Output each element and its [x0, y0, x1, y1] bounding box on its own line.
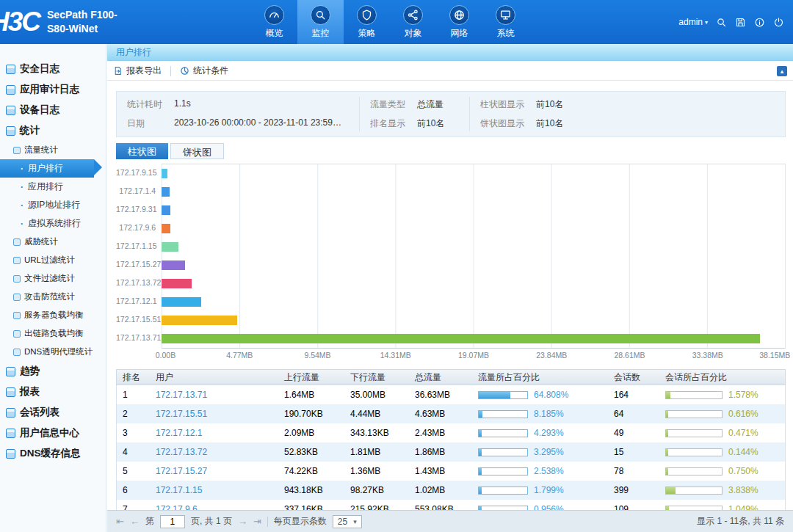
- sessions-cell: 15: [608, 447, 659, 457]
- chart-bar: [162, 224, 170, 233]
- nav-item-label: 监控: [312, 27, 330, 40]
- sidebar-item-label: 威胁统计: [24, 236, 58, 247]
- session-progress-fill: [666, 487, 676, 494]
- column-header: 流量所占百分比: [472, 371, 608, 384]
- column-header: 会话数: [608, 371, 659, 384]
- sidebar-item-20[interactable]: DNS缓存信息: [0, 443, 106, 464]
- user-ip-link[interactable]: 172.17.12.1: [156, 428, 202, 438]
- user-ip-link[interactable]: 172.17.15.51: [156, 409, 207, 419]
- traffic-progress-bar: [478, 487, 528, 495]
- sidebar-item-13[interactable]: 服务器负载均衡: [0, 306, 106, 324]
- bar-display-value: 前10名: [536, 98, 775, 111]
- total-traffic-cell: 1.86MB: [409, 447, 472, 457]
- bar-display-label: 柱状图显示: [480, 98, 524, 111]
- sidebar-item-label: 安全日志: [20, 62, 59, 76]
- session-progress-fill: [666, 392, 670, 398]
- prev-page-icon[interactable]: ←: [130, 516, 140, 527]
- table-row[interactable]: 2172.17.15.51190.70KB4.44MB4.63MB8.185%6…: [117, 404, 785, 423]
- nav-item-system[interactable]: 系统: [482, 0, 529, 44]
- table-row[interactable]: 3172.17.12.12.09MB343.13KB2.43MB4.293%49…: [117, 423, 785, 442]
- nav-item-globe[interactable]: 网络: [436, 0, 482, 44]
- sidebar-item-0[interactable]: 安全日志: [0, 59, 106, 79]
- next-page-icon[interactable]: →: [238, 516, 247, 527]
- sidebar-item-11[interactable]: 文件过滤统计: [0, 269, 106, 288]
- traffic-progress-bar: [478, 429, 528, 437]
- session-progress-fill: [666, 468, 668, 475]
- nav-item-share[interactable]: 对象: [390, 0, 436, 44]
- chart-category-label: 172.17.9.15: [116, 164, 162, 182]
- breadcrumb-label: 用户排行: [116, 46, 151, 59]
- h3c-logo: H3C: [0, 7, 40, 37]
- user-ip-link[interactable]: 172.17.13.72: [156, 447, 207, 457]
- sidebar-item-5[interactable]: ·用户排行: [0, 159, 94, 178]
- chart-bar-row: [162, 274, 785, 293]
- sidebar-item-17[interactable]: 报表: [0, 382, 106, 402]
- session-progress-fill: [666, 449, 668, 456]
- sidebar-item-9[interactable]: 威胁统计: [0, 233, 106, 251]
- sidebar-item-label: 文件过滤统计: [24, 273, 75, 284]
- chart-bar-row: [162, 311, 785, 329]
- table-row[interactable]: 5172.17.15.2774.22KB1.36MB1.43MB2.538%78…: [117, 462, 785, 481]
- sidebar-item-4[interactable]: 流量统计: [0, 141, 106, 159]
- sidebar-item-label: 虚拟系统排行: [28, 217, 81, 230]
- save-icon[interactable]: [735, 17, 746, 28]
- total-traffic-cell: 1.43MB: [409, 466, 472, 476]
- report-export-button[interactable]: 报表导出: [113, 65, 162, 77]
- report-export-label: 报表导出: [126, 65, 162, 77]
- session-percent-value: 1.578%: [728, 390, 758, 400]
- first-page-icon[interactable]: ⇤: [116, 516, 124, 527]
- menu-icon: [6, 408, 15, 418]
- share-icon: [403, 5, 423, 25]
- toolbar-divider: [170, 66, 171, 76]
- sidebar-item-16[interactable]: 趋势: [0, 361, 106, 382]
- sidebar-item-10[interactable]: URL过滤统计: [0, 251, 106, 269]
- traffic-percent-value: 3.295%: [534, 447, 564, 457]
- user-cell: 172.17.12.1: [150, 428, 278, 438]
- session-progress-fill: [666, 411, 668, 418]
- sidebar-item-19[interactable]: 用户信息中心: [0, 423, 106, 443]
- info-icon[interactable]: [754, 17, 765, 28]
- table-row[interactable]: 6172.17.1.15943.18KB98.27KB1.02MB1.799%3…: [117, 481, 785, 500]
- nav-item-shield[interactable]: 策略: [344, 0, 390, 44]
- date-label: 日期: [127, 117, 162, 130]
- sidebar-item-7[interactable]: ·源IP地址排行: [0, 196, 106, 214]
- chart-bar: [162, 205, 170, 215]
- gauge-icon: [264, 5, 284, 25]
- bullet-icon: ·: [21, 200, 23, 211]
- user-ip-link[interactable]: 172.17.13.71: [156, 390, 207, 400]
- sidebar-item-15[interactable]: DNS透明代理统计: [0, 343, 106, 361]
- sidebar-item-6[interactable]: ·应用排行: [0, 178, 106, 196]
- sidebar-item-12[interactable]: 攻击防范统计: [0, 288, 106, 306]
- statistics-conditions-label: 统计条件: [193, 65, 228, 77]
- user-ip-link[interactable]: 172.17.15.27: [156, 466, 207, 476]
- search-icon[interactable]: [716, 17, 727, 28]
- nav-item-gauge[interactable]: 概览: [251, 0, 297, 44]
- sidebar-item-label: 用户信息中心: [20, 426, 79, 440]
- table-row[interactable]: 1172.17.13.711.64MB35.00MB36.63MB64.808%…: [117, 385, 785, 404]
- nav-item-monitor[interactable]: 监控: [297, 0, 344, 44]
- upstream-cell: 190.70KB: [278, 409, 344, 419]
- sidebar-item-2[interactable]: 设备日志: [0, 100, 106, 120]
- chart-bar: [162, 316, 237, 325]
- sidebar-item-8[interactable]: ·虚拟系统排行: [0, 214, 106, 233]
- tab-bar-chart[interactable]: 柱状图: [116, 143, 168, 159]
- sidebar-item-18[interactable]: 会话列表: [0, 402, 106, 423]
- sidebar-item-14[interactable]: 出链路负载均衡: [0, 324, 106, 343]
- tab-pie-chart[interactable]: 饼状图: [170, 143, 224, 159]
- sidebar-item-1[interactable]: 应用审计日志: [0, 79, 106, 100]
- per-page-select[interactable]: 25 ▾: [333, 515, 362, 528]
- logout-icon[interactable]: [773, 17, 784, 28]
- page-number-input[interactable]: [160, 515, 185, 528]
- sidebar-item-3[interactable]: 统计: [0, 120, 106, 141]
- statistics-conditions-button[interactable]: 统计条件: [180, 65, 228, 77]
- sidebar-item-label: 会话列表: [20, 406, 59, 419]
- user-menu[interactable]: admin ▾: [678, 17, 708, 27]
- session-progress-bar: [665, 467, 723, 475]
- user-ip-link[interactable]: 172.17.1.15: [156, 485, 202, 495]
- last-page-icon[interactable]: ⇥: [253, 516, 261, 527]
- menu-icon: [6, 65, 15, 74]
- table-row[interactable]: 4172.17.13.7252.83KB1.81MB1.86MB3.295%15…: [117, 442, 785, 462]
- collapse-panel-icon[interactable]: ▴: [777, 66, 787, 76]
- session-percent-value: 0.144%: [728, 447, 758, 457]
- statistics-summary-panel: 统计耗时 1.1s 日期 2023-10-26 00:00:00 - 2023-…: [116, 91, 786, 137]
